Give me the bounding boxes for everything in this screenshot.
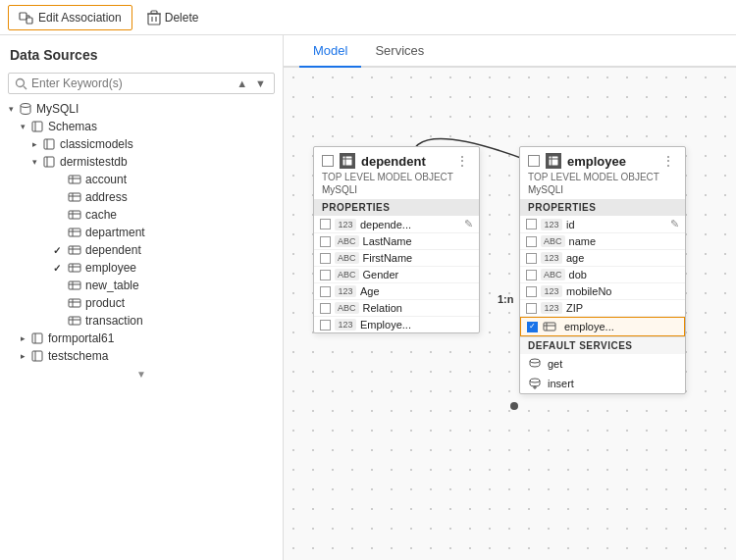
employee-card-title: employee <box>567 154 654 169</box>
prop-check-id[interactable] <box>526 219 537 229</box>
svg-rect-42 <box>69 317 80 325</box>
prop-check-emp-employeeid[interactable] <box>527 322 538 332</box>
check-new-table <box>53 280 65 291</box>
edit-association-icon <box>19 10 34 25</box>
tree-item-cache[interactable]: cache <box>0 206 283 224</box>
table-icon-product <box>67 296 82 310</box>
dependent-card-title: dependent <box>361 154 447 169</box>
prop-check-dob[interactable] <box>526 270 537 280</box>
search-up-arrow[interactable]: ▲ <box>235 77 249 89</box>
prop-check-emp-age[interactable] <box>526 253 537 264</box>
scroll-down-indicator[interactable]: ▼ <box>0 365 283 383</box>
check-account <box>53 174 65 185</box>
prop-row-firstname: ABC FirstName <box>314 250 479 267</box>
dependent-props-header: PROPERTIES <box>314 199 479 216</box>
prop-check-mobileno[interactable] <box>526 286 537 297</box>
delete-icon <box>147 10 161 25</box>
delete-button[interactable]: Delete <box>136 5 210 30</box>
canvas-area: Model Services 1:n <box>284 35 736 560</box>
prop-check-name[interactable] <box>526 236 537 247</box>
svg-rect-0 <box>20 13 26 20</box>
svg-point-11 <box>21 104 30 108</box>
tree-item-new-table[interactable]: new_table <box>0 277 283 294</box>
tree-item-testschema[interactable]: testschema <box>0 347 283 365</box>
svg-rect-8 <box>151 11 157 14</box>
employee-card-menu[interactable]: ⋮ <box>659 153 677 169</box>
prop-name-emp-age: age <box>566 252 679 264</box>
toolbar: Edit Association Delete <box>0 0 736 35</box>
employee-label: employee <box>85 261 136 275</box>
tree-item-product[interactable]: product <box>0 294 283 312</box>
service-row-get[interactable]: get <box>520 354 685 374</box>
tree-item-dependent[interactable]: ✓ dependent <box>0 241 283 259</box>
tab-model[interactable]: Model <box>299 35 361 68</box>
sidebar-title: Data Sources <box>0 35 283 69</box>
dependent-card-subtitle: TOP LEVEL MODEL OBJECT <box>314 171 479 183</box>
model-card-employee: employee ⋮ TOP LEVEL MODEL OBJECT MySQLI… <box>519 146 686 394</box>
prop-name-name: name <box>569 235 679 247</box>
prop-name-firstname: FirstName <box>363 252 473 264</box>
prop-check-lastname[interactable] <box>320 236 331 247</box>
schemas-icon <box>29 120 45 133</box>
account-label: account <box>85 173 127 186</box>
tree-item-schemas[interactable]: Schemas <box>0 118 283 135</box>
tree-item-account[interactable]: account <box>0 171 283 188</box>
svg-rect-12 <box>32 122 42 131</box>
prop-name-id: id <box>566 219 666 230</box>
tree-item-mysql[interactable]: MySQLI <box>0 100 283 118</box>
svg-line-10 <box>24 86 26 89</box>
svg-rect-45 <box>32 333 42 343</box>
tree-item-address[interactable]: address <box>0 188 283 206</box>
svg-point-60 <box>530 359 540 363</box>
prop-type-relation: ABC <box>335 302 359 314</box>
svg-point-9 <box>17 78 25 86</box>
dependent-card-checkbox[interactable] <box>322 155 334 167</box>
prop-name-zip: ZIP <box>566 302 679 314</box>
model-card-dependent: dependent ⋮ TOP LEVEL MODEL OBJECT MySQL… <box>313 146 480 333</box>
service-row-insert[interactable]: insert <box>520 374 685 393</box>
tree-item-department[interactable]: department <box>0 224 283 241</box>
prop-check-age[interactable] <box>320 286 331 297</box>
formportal61-label: formportal61 <box>48 331 114 345</box>
tab-bar: Model Services <box>284 35 736 68</box>
tab-services[interactable]: Services <box>361 35 438 68</box>
dependent-card-db: MySQLI <box>314 183 479 199</box>
prop-row-employeeid: 123 Employe... <box>314 317 479 332</box>
prop-name-mobileno: mobileNo <box>566 285 679 297</box>
search-down-arrow[interactable]: ▼ <box>253 77 268 89</box>
edit-association-button[interactable]: Edit Association <box>8 5 132 30</box>
search-input[interactable] <box>31 76 231 90</box>
address-label: address <box>85 190 128 204</box>
service-name-insert: insert <box>548 378 574 389</box>
testschema-label: testschema <box>48 349 108 363</box>
relation-label: 1:n <box>498 293 514 305</box>
prop-type-gender: ABC <box>335 269 359 280</box>
tree-item-transaction[interactable]: transaction <box>0 312 283 330</box>
check-dependent: ✓ <box>53 244 65 256</box>
prop-check-dependeid[interactable] <box>320 219 331 229</box>
prop-check-gender[interactable] <box>320 270 331 280</box>
prop-check-zip[interactable] <box>526 303 537 314</box>
svg-rect-54 <box>549 156 558 166</box>
prop-check-employeeid[interactable] <box>320 320 331 331</box>
tree-item-employee[interactable]: ✓ employee <box>0 259 283 277</box>
tree-item-dermistestdb[interactable]: dermistestdb <box>0 153 283 171</box>
employee-card-checkbox[interactable] <box>528 155 540 167</box>
prop-check-firstname[interactable] <box>320 253 331 264</box>
svg-rect-33 <box>69 264 80 272</box>
search-icon <box>15 77 27 90</box>
tree-item-formportal61[interactable]: formportal61 <box>0 330 283 347</box>
default-services-header: DEFAULT SERVICES <box>520 336 685 354</box>
employee-card-icon <box>546 153 561 169</box>
svg-rect-21 <box>69 193 80 201</box>
employee-card-header: employee ⋮ <box>520 147 685 171</box>
prop-name-gender: Gender <box>363 269 473 280</box>
tree-item-classicmodels[interactable]: classicmodels <box>0 135 283 153</box>
svg-rect-51 <box>342 156 352 166</box>
table-icon-new-table <box>67 279 82 292</box>
prop-row-lastname: ABC LastName <box>314 233 479 250</box>
dependent-card-menu[interactable]: ⋮ <box>453 153 471 169</box>
svg-point-50 <box>510 402 518 410</box>
product-label: product <box>85 296 125 310</box>
prop-check-relation[interactable] <box>320 303 331 314</box>
